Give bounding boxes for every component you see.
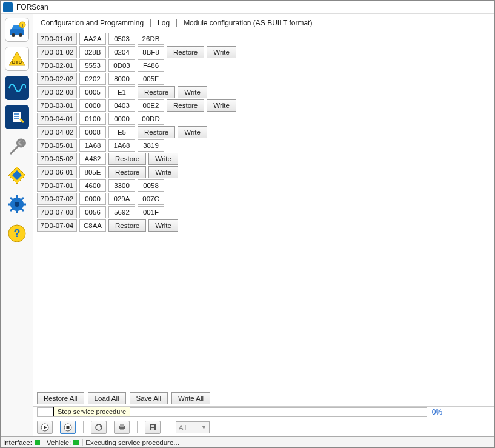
value-cell[interactable]: 0503 — [108, 33, 135, 45]
value-cell[interactable]: 0056 — [79, 206, 106, 218]
value-cell[interactable]: 8BF8 — [138, 46, 164, 58]
sidebar-chip[interactable] — [5, 163, 29, 187]
value-cell[interactable]: 0202 — [79, 73, 106, 85]
restore-button[interactable]: Restore — [138, 86, 175, 98]
sidebar-oscilloscope[interactable] — [5, 76, 29, 100]
value-cell[interactable]: 0008 — [79, 126, 106, 138]
tab-configuration[interactable]: Configuration and Programming — [38, 18, 146, 28]
value-cell[interactable]: F486 — [138, 59, 164, 72]
value-cell[interactable]: 0000 — [79, 193, 106, 205]
save-button[interactable] — [145, 421, 161, 434]
value-cell[interactable]: 00E2 — [138, 99, 164, 112]
asbuilt-row: 7D0-02-030005E1RestoreWrite — [37, 86, 491, 98]
load-all-button[interactable]: Load All — [88, 392, 126, 404]
main-panel: Configuration and Programming Log Module… — [33, 14, 494, 436]
svg-line-18 — [10, 198, 13, 200]
window-title: FORScan — [16, 3, 48, 12]
value-cell[interactable]: 0005 — [79, 86, 106, 98]
value-cell[interactable]: 0000 — [79, 99, 106, 112]
asbuilt-row: 7D0-06-01805ERestoreWrite — [37, 166, 491, 178]
value-cell[interactable]: 00DD — [138, 113, 164, 125]
sidebar-service[interactable] — [5, 105, 29, 129]
value-cell[interactable]: 805E — [79, 166, 106, 178]
value-cell[interactable]: E5 — [108, 126, 135, 138]
value-cell[interactable]: 1A68 — [79, 139, 106, 152]
sidebar-vehicle-info[interactable]: i — [5, 18, 29, 42]
value-cell[interactable]: 0100 — [79, 113, 106, 125]
value-cell[interactable]: 0403 — [108, 99, 135, 112]
write-button[interactable]: Write — [207, 46, 236, 58]
restore-button[interactable]: Restore — [138, 126, 175, 138]
value-cell[interactable]: 001F — [138, 206, 164, 218]
tab-module-config[interactable]: Module configuration (AS BUILT format) — [181, 18, 314, 28]
status-vehicle-label: Vehicle: — [47, 439, 71, 446]
write-button[interactable]: Write — [148, 153, 178, 165]
refresh-icon — [95, 423, 103, 432]
value-cell[interactable]: 0000 — [108, 113, 135, 125]
value-cell[interactable]: C8AA — [79, 219, 106, 232]
value-cell[interactable]: 029A — [108, 193, 135, 205]
svg-text:DTC: DTC — [12, 59, 22, 65]
value-cell[interactable]: 007C — [138, 193, 164, 205]
sidebar-dtc[interactable]: DTC — [5, 47, 29, 71]
tab-log[interactable]: Log — [155, 18, 172, 28]
tab-separator — [319, 19, 319, 27]
restore-button[interactable]: Restore — [108, 166, 146, 178]
filter-combo-value: All — [179, 424, 186, 431]
value-cell[interactable]: 5692 — [108, 206, 135, 218]
write-button[interactable]: Write — [178, 126, 207, 138]
value-cell[interactable]: 3819 — [138, 139, 164, 152]
svg-rect-7 — [8, 79, 26, 97]
save-all-button[interactable]: Save All — [130, 392, 168, 404]
value-cell[interactable]: E1 — [108, 86, 135, 98]
restore-all-button[interactable]: Restore All — [37, 392, 84, 404]
write-all-button[interactable]: Write All — [171, 392, 210, 404]
restore-button[interactable]: Restore — [167, 46, 204, 58]
body: i DTC ? — [1, 14, 494, 436]
restore-button[interactable]: Restore — [108, 153, 146, 165]
value-cell[interactable]: AA2A — [79, 33, 106, 45]
address-cell: 7D0-07-01 — [37, 179, 77, 192]
asbuilt-row: 7D0-05-02A482RestoreWrite — [37, 153, 491, 165]
svg-point-1 — [12, 33, 15, 37]
value-cell[interactable]: 26DB — [138, 33, 164, 45]
value-cell[interactable]: 0058 — [138, 179, 164, 192]
value-cell[interactable]: A482 — [79, 153, 106, 165]
sidebar-settings[interactable] — [5, 192, 29, 216]
value-cell[interactable]: 8000 — [108, 73, 135, 85]
value-cell[interactable]: 005F — [138, 73, 164, 85]
sidebar-help[interactable]: ? — [5, 221, 29, 246]
filter-combo[interactable]: All ▼ — [176, 421, 210, 433]
value-cell[interactable]: 3300 — [108, 179, 135, 192]
refresh-button[interactable] — [91, 421, 107, 434]
sidebar-wrench[interactable] — [5, 134, 29, 158]
restore-button[interactable]: Restore — [108, 219, 146, 232]
value-cell[interactable]: 5553 — [79, 59, 106, 72]
value-cell[interactable]: 028B — [79, 46, 106, 58]
status-vehicle: Vehicle: — [44, 439, 79, 446]
address-cell: 7D0-03-01 — [37, 99, 77, 112]
stop-button[interactable] — [60, 421, 76, 434]
chevron-down-icon: ▼ — [201, 424, 207, 430]
play-button[interactable] — [37, 421, 53, 434]
play-icon — [41, 423, 49, 432]
restore-button[interactable]: Restore — [167, 99, 204, 112]
write-button[interactable]: Write — [148, 219, 178, 232]
address-cell: 7D0-01-01 — [37, 33, 77, 45]
svg-line-19 — [21, 209, 24, 211]
asbuilt-row: 7D0-04-020008E5RestoreWrite — [37, 126, 491, 138]
write-button[interactable]: Write — [207, 99, 236, 112]
value-cell[interactable]: 0204 — [108, 46, 135, 58]
asbuilt-row: 7D0-07-0300565692001F — [37, 206, 491, 218]
value-cell[interactable]: 0D03 — [108, 59, 135, 72]
value-cell[interactable]: 1A68 — [108, 139, 135, 152]
status-message: Executing service procedure... — [85, 439, 179, 446]
address-cell: 7D0-05-02 — [37, 153, 77, 165]
svg-text:i: i — [21, 22, 22, 28]
write-button[interactable]: Write — [178, 86, 207, 98]
svg-line-20 — [10, 209, 13, 211]
value-cell[interactable]: 4600 — [79, 179, 106, 192]
write-button[interactable]: Write — [148, 166, 178, 178]
print-button[interactable] — [114, 421, 130, 434]
svg-rect-27 — [67, 426, 70, 429]
